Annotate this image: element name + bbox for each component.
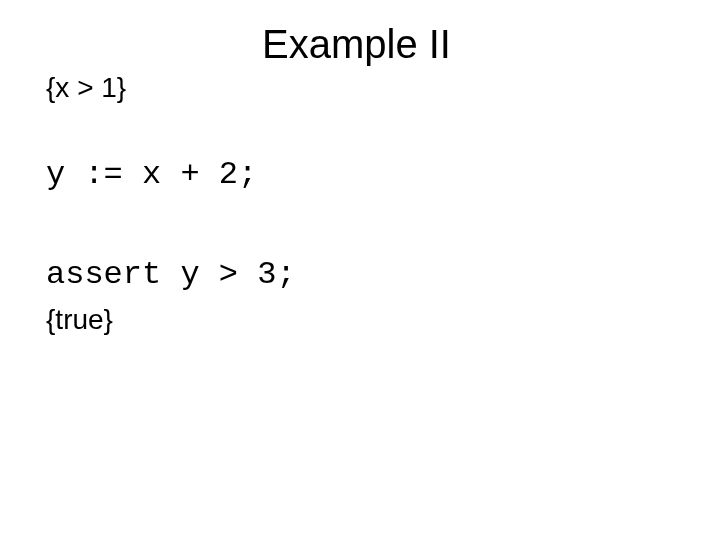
slide-container: Example II {x > 1} y := x + 2; assert y … <box>0 0 720 540</box>
postcondition-text: {true} <box>46 304 113 336</box>
slide-title: Example II <box>262 22 451 67</box>
code-assertion: assert y > 3; <box>46 256 296 293</box>
precondition-text: {x > 1} <box>46 72 126 104</box>
code-assignment: y := x + 2; <box>46 156 257 193</box>
